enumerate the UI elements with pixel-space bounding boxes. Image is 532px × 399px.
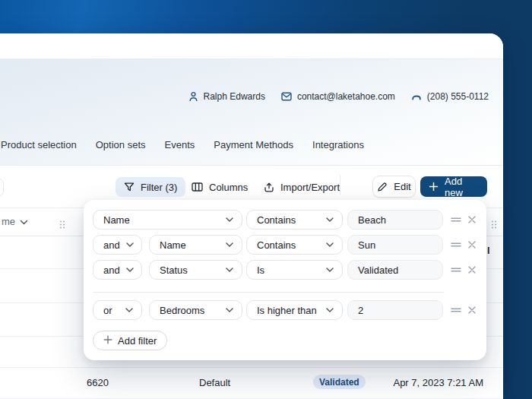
operator-select[interactable]: Is higher than <box>246 300 343 320</box>
operator-select[interactable]: Contains <box>246 235 343 255</box>
add-filter-button[interactable]: Add filter <box>93 331 167 350</box>
remove-filter-icon[interactable] <box>467 215 477 224</box>
edit-button[interactable]: Edit <box>372 176 416 198</box>
mail-icon <box>281 92 292 101</box>
contact-email-label: contact@laketahoe.com <box>297 91 395 102</box>
conjunction-select-value: and <box>103 239 120 251</box>
pencil-icon <box>377 182 388 192</box>
chevron-down-icon <box>226 217 233 222</box>
value-input[interactable]: Validated <box>347 260 443 280</box>
occluded-cell-text: l <box>487 245 489 257</box>
contact-phone[interactable]: (208) 555-0112 <box>411 91 489 102</box>
phone-icon <box>411 93 422 101</box>
filter-row-2: and Name Contains Sun <box>93 235 477 255</box>
chevron-down-icon <box>226 268 233 272</box>
operator-select[interactable]: Contains <box>246 210 343 230</box>
app-window: Ralph Edwards contact@laketahoe.com (208… <box>0 0 532 399</box>
columns-button[interactable]: Columns <box>183 177 256 197</box>
chevron-down-icon <box>126 242 134 247</box>
contact-phone-label: (208) 555-0112 <box>427 91 489 102</box>
operator-select-value: Is <box>257 264 264 276</box>
contact-name: Ralph Edwards <box>188 91 265 102</box>
conjunction-select-value: or <box>103 305 112 316</box>
edit-button-label: Edit <box>394 181 410 192</box>
value-input[interactable]: Beach <box>347 210 443 230</box>
add-new-button-label: Add new <box>445 176 479 198</box>
field-select[interactable]: Bedrooms <box>149 300 242 320</box>
field-select[interactable]: Name <box>93 210 242 230</box>
chevron-down-icon <box>326 242 334 247</box>
value-input[interactable]: Sun <box>347 235 443 255</box>
plus-icon <box>103 335 112 347</box>
conjunction-select-value: and <box>103 264 120 276</box>
filter-button-label: Filter (3) <box>141 182 177 193</box>
toolbar-divider <box>340 175 340 195</box>
operator-select[interactable]: Is <box>246 260 343 280</box>
column-header-partial-label: me <box>2 216 15 227</box>
operator-select-value: Contains <box>257 239 296 251</box>
import-export-icon <box>264 182 274 192</box>
filter-row-1: Name Contains Beach <box>93 210 477 230</box>
cell-code: 6620 <box>87 377 109 388</box>
add-filter-button-label: Add filter <box>118 335 157 347</box>
contact-row: Ralph Edwards contact@laketahoe.com (208… <box>188 91 489 102</box>
nav-tabs: Product selection Option sets Events Pay… <box>1 139 364 150</box>
operator-select-value: Contains <box>257 214 296 226</box>
clipped-control-fragment[interactable] <box>0 178 4 197</box>
filter-panel: Name Contains Beach and Name <box>84 200 486 360</box>
tab-events[interactable]: Events <box>165 139 195 150</box>
person-icon <box>188 91 198 102</box>
add-new-button[interactable]: Add new <box>420 176 487 197</box>
columns-button-label: Columns <box>209 182 248 193</box>
conjunction-select[interactable]: and <box>93 235 142 255</box>
conjunction-select[interactable]: and <box>93 260 142 280</box>
header-section: Ralph Edwards contact@laketahoe.com (208… <box>0 59 503 166</box>
column-header-name[interactable]: me <box>2 216 28 227</box>
chevron-down-icon <box>326 308 334 312</box>
conjunction-select[interactable]: or <box>93 300 142 320</box>
sort-chevron-icon <box>20 216 28 227</box>
columns-icon <box>192 182 203 192</box>
cell-created-date: Apr 7, 2023 7:21 AM <box>393 377 483 388</box>
plus-icon <box>429 182 439 192</box>
filter-group-divider <box>93 292 444 293</box>
tab-payment-methods[interactable]: Payment Methods <box>214 139 293 150</box>
value-input[interactable]: 2 <box>347 300 443 320</box>
tab-option-sets[interactable]: Option sets <box>96 139 146 150</box>
chevron-down-icon <box>126 268 134 272</box>
remove-filter-icon[interactable] <box>467 306 477 315</box>
row-divider <box>0 367 503 368</box>
import-export-button-label: Import/Export <box>280 182 340 193</box>
card-top-strip <box>0 33 503 59</box>
tab-product-selection[interactable]: Product selection <box>1 139 77 150</box>
remove-filter-icon[interactable] <box>467 265 477 274</box>
drag-handle-icon[interactable] <box>451 240 461 249</box>
field-select[interactable]: Status <box>149 260 242 280</box>
field-select-value: Name <box>160 239 186 251</box>
chevron-down-icon <box>226 242 233 247</box>
drag-handle-icon[interactable] <box>451 215 461 224</box>
field-select[interactable]: Name <box>149 235 242 255</box>
filter-button[interactable]: Filter (3) <box>116 177 185 197</box>
contact-name-label: Ralph Edwards <box>204 91 265 102</box>
operator-select-value: Is higher than <box>257 305 317 316</box>
chevron-down-icon <box>226 308 233 312</box>
drag-handle-icon[interactable] <box>451 265 461 274</box>
field-select-value: Bedrooms <box>160 305 204 316</box>
field-select-value: Name <box>103 214 130 226</box>
status-badge: Validated <box>313 375 366 389</box>
drag-handle-icon[interactable] <box>451 306 461 315</box>
funnel-icon <box>124 182 135 192</box>
contact-email[interactable]: contact@laketahoe.com <box>281 91 395 102</box>
filter-row-4: or Bedrooms Is higher than 2 <box>93 300 477 320</box>
filter-row-3: and Status Is Validated <box>93 260 477 280</box>
chevron-down-icon <box>125 308 133 312</box>
tab-integrations[interactable]: Integrations <box>312 139 364 150</box>
field-select-value: Status <box>160 264 188 276</box>
chevron-down-icon <box>326 217 334 222</box>
chevron-down-icon <box>326 268 334 272</box>
column-drag-handle-icon[interactable] <box>59 218 65 232</box>
remove-filter-icon[interactable] <box>467 240 477 249</box>
column-drag-handle-icon-2[interactable] <box>491 218 497 232</box>
import-export-button[interactable]: Import/Export <box>255 177 348 197</box>
